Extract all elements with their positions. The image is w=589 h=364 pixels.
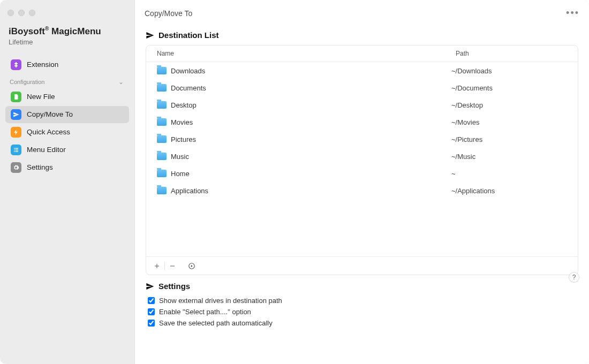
destination-list-heading: Destination List — [135, 23, 589, 45]
table-row[interactable]: Home~ — [146, 165, 578, 182]
destination-path: ~/Downloads — [451, 67, 578, 75]
table-row[interactable]: Pictures~/Pictures — [146, 131, 578, 148]
close-window-button[interactable] — [7, 10, 14, 16]
settings-checkbox[interactable] — [148, 308, 155, 315]
destination-path: ~/Applications — [451, 187, 578, 195]
app-name-prefix: iBoysoft — [9, 26, 45, 36]
destination-path: ~/Pictures — [451, 135, 578, 143]
app-name-suffix: MagicMenu — [51, 26, 101, 36]
folder-icon — [157, 67, 167, 74]
plus-icon — [154, 263, 160, 269]
action-button[interactable] — [184, 260, 199, 272]
license-label: Lifetime — [0, 38, 134, 56]
destination-path: ~/Music — [451, 153, 578, 161]
sidebar-section-label: Configuration — [10, 79, 44, 85]
folder-icon — [157, 118, 167, 126]
sidebar-item-copy-move-to[interactable]: Copy/Move To — [5, 106, 129, 123]
zoom-window-button[interactable] — [29, 10, 35, 16]
destination-name: Pictures — [171, 135, 196, 143]
paper-plane-icon — [146, 282, 154, 291]
gear-icon — [11, 162, 21, 173]
circle-arrow-icon — [188, 262, 195, 270]
settings-section: ? Settings Show external drives in desti… — [135, 275, 589, 334]
list-icon — [11, 145, 21, 155]
column-header-path[interactable]: Path — [451, 46, 578, 62]
table-row[interactable]: Desktop~/Desktop — [146, 96, 578, 113]
table-row[interactable]: Applications~/Applications — [146, 182, 578, 199]
sidebar-item-label: Menu Editor — [27, 146, 66, 154]
bolt-icon — [11, 127, 21, 138]
settings-checkbox[interactable] — [148, 297, 155, 304]
destination-name: Movies — [171, 118, 193, 126]
sidebar-item-new-file[interactable]: New File — [5, 88, 129, 105]
destination-name: Desktop — [171, 101, 197, 109]
sidebar-item-menu-editor[interactable]: Menu Editor — [5, 141, 129, 158]
minimize-window-button[interactable] — [18, 10, 25, 16]
app-window: iBoysoft® MagicMenu Lifetime Extension C… — [0, 0, 589, 364]
settings-option[interactable]: Save the selected path automatically — [146, 317, 578, 329]
destination-table: Name Path Downloads~/DownloadsDocuments~… — [146, 45, 578, 275]
destination-name: Home — [171, 170, 190, 178]
remove-destination-button[interactable] — [165, 260, 180, 272]
sidebar: iBoysoft® MagicMenu Lifetime Extension C… — [0, 0, 135, 364]
settings-checkbox[interactable] — [148, 320, 155, 327]
app-title: iBoysoft® MagicMenu — [0, 26, 134, 38]
table-row[interactable]: Documents~/Documents — [146, 79, 578, 96]
destination-path: ~ — [451, 170, 578, 178]
svg-rect-0 — [170, 266, 175, 266]
settings-option[interactable]: Show external drives in destination path — [146, 295, 578, 306]
sidebar-item-quick-access[interactable]: Quick Access — [5, 124, 129, 141]
destination-name: Applications — [171, 187, 208, 195]
folder-icon — [157, 101, 167, 109]
folder-icon — [157, 135, 167, 143]
destination-path: ~/Desktop — [451, 101, 578, 109]
table-row[interactable]: Music~/Music — [146, 148, 578, 165]
folder-icon — [157, 84, 167, 92]
table-body: Downloads~/DownloadsDocuments~/Documents… — [146, 62, 578, 256]
more-options-button[interactable]: ••• — [566, 7, 579, 19]
settings-heading-text: Settings — [158, 282, 190, 291]
table-header: Name Path — [146, 46, 578, 62]
settings-option-label: Show external drives in destination path — [159, 297, 282, 305]
sidebar-item-label: Settings — [27, 163, 53, 171]
minus-icon — [169, 263, 176, 269]
trademark: ® — [45, 26, 49, 32]
window-controls — [0, 4, 134, 26]
sidebar-item-settings[interactable]: Settings — [5, 159, 129, 176]
add-destination-button[interactable] — [149, 260, 164, 272]
paper-plane-icon — [11, 109, 21, 120]
main-pane: Copy/Move To ••• Destination List Name P… — [135, 0, 589, 364]
table-row[interactable]: Downloads~/Downloads — [146, 62, 578, 79]
settings-option-label: Enable "Select path...." option — [159, 308, 251, 316]
table-row[interactable]: Movies~/Movies — [146, 113, 578, 131]
sidebar-item-extension[interactable]: Extension — [5, 56, 129, 73]
destination-name: Documents — [171, 84, 206, 92]
folder-icon — [157, 153, 167, 160]
sidebar-item-label: Extension — [27, 60, 58, 69]
column-header-name[interactable]: Name — [146, 46, 451, 62]
destination-name: Downloads — [171, 67, 205, 75]
chevron-down-icon: ⌄ — [118, 78, 124, 86]
table-footer — [146, 256, 578, 275]
extension-icon — [11, 59, 21, 70]
folder-icon — [157, 170, 167, 177]
help-button[interactable]: ? — [569, 272, 579, 283]
sidebar-item-label: New File — [27, 93, 55, 101]
sidebar-item-label: Quick Access — [27, 128, 70, 136]
settings-option[interactable]: Enable "Select path...." option — [146, 306, 578, 317]
file-plus-icon — [11, 92, 21, 102]
page-title: Copy/Move To — [145, 9, 192, 18]
folder-icon — [157, 187, 167, 194]
sidebar-section-configuration[interactable]: Configuration ⌄ — [0, 74, 134, 88]
settings-heading: Settings — [146, 282, 578, 291]
paper-plane-icon — [146, 31, 154, 40]
destination-path: ~/Movies — [451, 118, 578, 126]
destination-name: Music — [171, 153, 189, 161]
main-header: Copy/Move To ••• — [135, 0, 589, 23]
sidebar-item-label: Copy/Move To — [27, 110, 73, 118]
destination-list-heading-text: Destination List — [158, 31, 219, 40]
destination-path: ~/Documents — [451, 84, 578, 92]
settings-option-label: Save the selected path automatically — [159, 319, 273, 327]
